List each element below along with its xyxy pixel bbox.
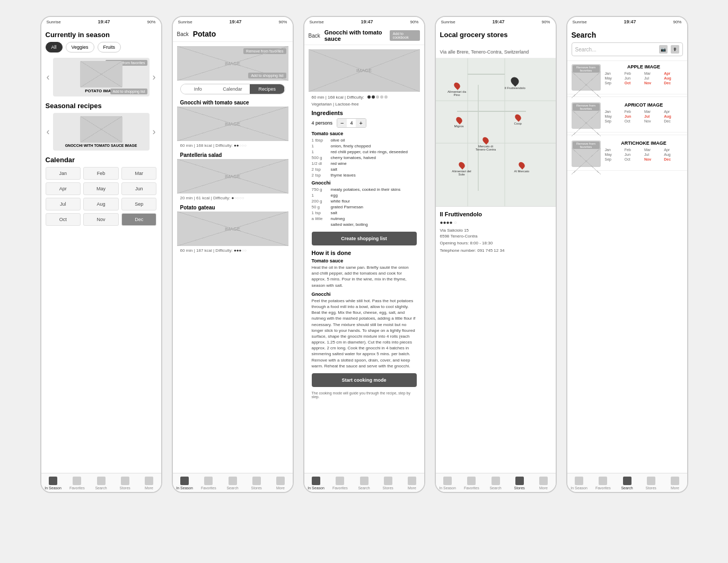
screen2-status-bar: Sunrise 19:47 90% <box>173 17 293 27</box>
s3-nav-favorites[interactable]: Favorites <box>328 473 352 492</box>
potato-main-image: Remove from favorites IMAGE Add to shopp… <box>177 46 288 81</box>
s2-season-icon <box>180 477 189 485</box>
tab-recipes[interactable]: Recipes <box>250 84 284 94</box>
s4-nav-in-season[interactable]: In Season <box>436 473 460 492</box>
group1-title: Tomato sauce <box>312 131 417 136</box>
artichoke-info: ARTICHOKE IMAGE Jan Feb Mar Apr May Jun … <box>605 140 683 161</box>
s3-nav-in-season[interactable]: In Season <box>304 473 328 492</box>
s3-nav-stores[interactable]: Stores <box>376 473 400 492</box>
pin-fruttivendolo[interactable]: Il Fruttivendolo <box>505 77 525 90</box>
m-oct: Oct <box>625 81 643 85</box>
s4-nav-search[interactable]: Search <box>484 473 507 492</box>
s5-nav-more[interactable]: More <box>663 473 687 492</box>
screen1-content: Currently in season All Veggies Fruits ‹… <box>41 27 161 473</box>
month-may[interactable]: May <box>83 182 119 195</box>
start-cooking-btn[interactable]: Start cooking mode <box>312 373 417 387</box>
pin-al-mercato[interactable]: Al Mercato <box>514 162 530 173</box>
filter-veggies[interactable]: Veggies <box>66 42 94 52</box>
nav-favorites[interactable]: Favorites <box>65 473 89 492</box>
s4-nav-stores[interactable]: Stores <box>507 473 531 492</box>
s4-nav-favorites[interactable]: Favorites <box>460 473 484 492</box>
s2-nav-more[interactable]: More <box>268 473 292 492</box>
s2-nav-stores[interactable]: Stores <box>244 473 268 492</box>
month-jun[interactable]: Jun <box>121 182 157 195</box>
al-mercato-label: Al Mercato <box>514 170 530 173</box>
potato-title: Potato <box>193 30 216 38</box>
pin-mercato[interactable]: Mercato di Tenero-Contra <box>474 137 498 151</box>
nav-in-season[interactable]: In Season <box>41 473 65 492</box>
month-apr[interactable]: Apr <box>46 182 81 195</box>
month-feb[interactable]: Feb <box>83 167 119 180</box>
s5-nav-stores[interactable]: Stores <box>639 473 663 492</box>
nav-search[interactable]: Search <box>89 473 113 492</box>
search-result-artichoke: Remove from favorites ARTICHOKE IMAGE Ja… <box>567 137 687 171</box>
filter-all[interactable]: All <box>46 42 63 52</box>
stepper-plus[interactable]: + <box>356 119 365 127</box>
s3-nav-more[interactable]: More <box>400 473 424 492</box>
m-feb: Feb <box>625 72 643 75</box>
store-phone: Telephone number: 091 745 12 34 <box>440 248 551 253</box>
pin-migros[interactable]: Migros <box>454 117 464 128</box>
add-cookbook-btn[interactable]: Add to cookbook <box>390 30 420 41</box>
favorites-icon <box>73 477 81 485</box>
create-shopping-btn[interactable]: Create shopping list <box>312 232 417 245</box>
month-dec[interactable]: Dec <box>121 213 157 226</box>
ing-row: 750 gmeaty potatoes, cooked in their ski… <box>312 187 417 192</box>
recipes-prev[interactable]: ‹ <box>46 126 51 137</box>
month-nov[interactable]: Nov <box>83 213 119 226</box>
screen1-bottom-nav: In Season Favorites Search Stores More <box>41 473 161 492</box>
month-jul[interactable]: Jul <box>46 198 81 210</box>
s5-nav-more-label: More <box>671 486 679 490</box>
tab-calendar[interactable]: Calendar <box>215 84 250 94</box>
month-aug[interactable]: Aug <box>83 198 119 210</box>
apple-image: Remove from favorites <box>572 64 601 91</box>
nav-more[interactable]: More <box>137 473 161 492</box>
s3-season-icon <box>312 477 320 485</box>
s4-time: 19:47 <box>493 19 505 24</box>
s4-nav-more[interactable]: More <box>531 473 555 492</box>
add-shopping-btn[interactable]: Add to shopping list <box>110 89 147 94</box>
cooking-note: The cooking mode will guide you through … <box>309 391 420 403</box>
s2-nav-favorites[interactable]: Favorites <box>197 473 221 492</box>
s5-nav-favorites[interactable]: Favorites <box>591 473 615 492</box>
s5-nav-search[interactable]: Search <box>615 473 639 492</box>
s3-nav-search[interactable]: Search <box>352 473 376 492</box>
s2-nav-search[interactable]: Search <box>221 473 244 492</box>
s5-nav-in-season[interactable]: In Season <box>567 473 591 492</box>
map-area[interactable]: Alimentari da Pino Il Fruttivendolo Migr… <box>436 58 556 207</box>
month-jan[interactable]: Jan <box>46 167 81 180</box>
month-mar[interactable]: Mar <box>121 167 157 180</box>
s2-nav-stores-label: Stores <box>251 486 262 490</box>
carousel-prev[interactable]: ‹ <box>46 72 51 83</box>
season-title: Currently in season <box>46 31 157 39</box>
recipes-next[interactable]: › <box>152 126 157 137</box>
s3-back-button[interactable]: Back <box>309 33 320 39</box>
ing-row: a littlenutmeg <box>312 216 417 222</box>
pin-coop[interactable]: Coop <box>514 114 522 125</box>
pin-alimentari-da-pino[interactable]: Alimentari da Pino <box>446 82 468 96</box>
s5-search-icon <box>623 477 631 485</box>
mic-icon[interactable]: 🎙 <box>671 45 679 54</box>
m-dec: Dec <box>664 81 682 85</box>
camera-icon[interactable]: 📷 <box>659 45 668 54</box>
month-sep[interactable]: Sep <box>121 198 157 210</box>
s3-battery: 90% <box>410 20 418 24</box>
back-button[interactable]: Back <box>177 31 189 37</box>
stepper-minus[interactable]: − <box>337 119 347 127</box>
s2-nav-in-season[interactable]: In Season <box>173 473 197 492</box>
s3-fav-icon <box>336 477 344 485</box>
coop-pin-icon <box>514 113 522 121</box>
month-oct[interactable]: Oct <box>46 213 81 226</box>
step2-title: Gnocchi <box>312 292 417 297</box>
tab-info[interactable]: Info <box>181 84 215 94</box>
pin-alimentari-del-sole[interactable]: Alimentari del Sole <box>451 162 473 176</box>
nav-stores[interactable]: Stores <box>113 473 137 492</box>
map-svg <box>436 58 556 206</box>
s5-nav-stores-label: Stores <box>646 486 656 490</box>
season-carousel: ‹ Remove from favorites POTATO IMAGE Add… <box>46 58 157 96</box>
filter-fruits[interactable]: Fruits <box>98 42 121 52</box>
ing-row: 1 tspsalt <box>312 210 417 216</box>
add-shopping-list-btn[interactable]: Add to shopping list <box>248 73 286 78</box>
carousel-next[interactable]: › <box>152 72 157 83</box>
sole-pin-icon <box>457 161 466 169</box>
